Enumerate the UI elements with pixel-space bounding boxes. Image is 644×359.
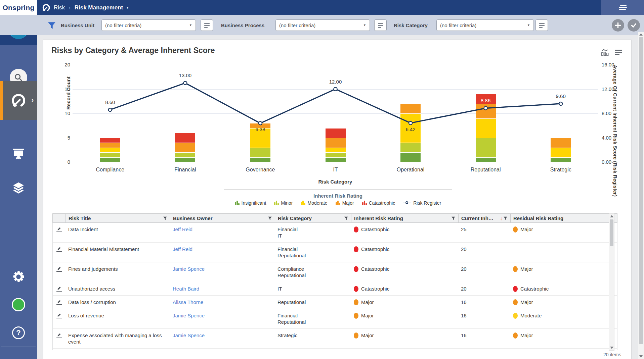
column-header-inherent-risk-rating[interactable]: Inherent Risk Rating	[351, 214, 458, 222]
line-point-compliance[interactable]	[109, 108, 112, 111]
risk-category-filter-select[interactable]: (no filter criteria) ▼	[436, 19, 534, 31]
sidebar-item-layers[interactable]	[0, 179, 37, 198]
bar-segment-minor[interactable]	[400, 143, 421, 152]
stacked-bar-reputational[interactable]	[476, 94, 496, 162]
line-point-financial[interactable]	[183, 81, 187, 85]
stacked-bar-compliance[interactable]	[100, 138, 120, 162]
column-filter-icon[interactable]	[163, 216, 167, 220]
column-header-edit[interactable]	[53, 214, 66, 222]
bar-segment-catastrophic[interactable]	[100, 138, 120, 143]
column-filter-icon[interactable]	[503, 216, 508, 220]
bar-segment-minor[interactable]	[175, 152, 195, 157]
sidebar-item-help[interactable]: ?	[0, 324, 37, 341]
table-row[interactable]: Loss of revenueJamie SpenceFinancialRepu…	[53, 309, 617, 329]
breadcrumb-page[interactable]: Risk Management	[75, 4, 123, 11]
business-process-sort-button[interactable]	[374, 19, 387, 31]
sidebar-item-settings[interactable]	[0, 267, 37, 286]
table-scrollbar[interactable]	[609, 213, 614, 351]
bar-segment-moderate[interactable]	[100, 148, 120, 153]
table-row[interactable]: Financial Material MisstatementJeff Reid…	[53, 243, 617, 262]
risk-category-sort-button[interactable]	[535, 19, 548, 31]
column-filter-icon[interactable]	[344, 216, 348, 220]
bar-segment-catastrophic[interactable]	[326, 128, 346, 138]
edit-pencil-icon[interactable]	[56, 246, 62, 252]
stacked-bar-financial[interactable]	[175, 133, 195, 162]
business-process-filter-select[interactable]: (no filter criteria) ▼	[275, 19, 370, 31]
bar-segment-major[interactable]	[175, 143, 195, 152]
bar-segment-insignificant[interactable]	[400, 152, 421, 162]
breadcrumb-app[interactable]: Risk	[54, 4, 65, 11]
table-scrollbar-thumb[interactable]	[610, 219, 613, 246]
business-owner-link[interactable]: Jamie Spence	[173, 332, 205, 338]
bar-segment-catastrophic[interactable]	[175, 133, 195, 143]
bar-segment-insignificant[interactable]	[175, 157, 195, 162]
bar-segment-minor[interactable]	[100, 152, 120, 157]
business-unit-sort-button[interactable]	[201, 19, 213, 31]
bar-segment-moderate[interactable]	[551, 148, 571, 157]
table-row[interactable]: Fines and judgementsJamie SpenceComplian…	[53, 262, 617, 282]
bar-segment-insignificant[interactable]	[551, 157, 571, 162]
column-header-business-owner[interactable]: Business Owner	[170, 214, 275, 222]
column-filter-icon[interactable]	[451, 216, 456, 220]
check-circle-button[interactable]	[628, 19, 640, 32]
column-header-risk-title[interactable]: Risk Title	[66, 214, 170, 222]
risk-category-value: Strategic	[277, 332, 348, 339]
edit-pencil-icon[interactable]	[56, 332, 62, 338]
bar-segment-minor[interactable]	[326, 152, 346, 157]
column-header-residual-risk-rating[interactable]: Residual Risk Rating	[510, 214, 617, 222]
line-point-strategic[interactable]	[559, 102, 562, 105]
stacked-bar-it[interactable]	[326, 128, 346, 162]
edit-pencil-icon[interactable]	[56, 286, 62, 292]
stacked-bar-operational[interactable]	[400, 104, 421, 162]
bar-segment-moderate[interactable]	[326, 148, 346, 153]
business-owner-link[interactable]: Jeff Reid	[173, 246, 192, 252]
bar-segment-insignificant[interactable]	[326, 157, 346, 162]
business-owner-link[interactable]: Alissa Thorne	[173, 299, 203, 305]
chart-menu-icon[interactable]	[614, 49, 622, 56]
column-header-current-inh-[interactable]: Current Inh…↓	[458, 214, 510, 222]
bar-segment-insignificant[interactable]	[250, 157, 270, 162]
edit-pencil-icon[interactable]	[56, 226, 62, 232]
sidebar-item-presentation[interactable]	[0, 144, 37, 163]
bar-segment-major[interactable]	[476, 104, 496, 118]
table-row[interactable]: Expense associated with managing a loss …	[53, 329, 617, 349]
business-owner-link[interactable]: Jamie Spence	[173, 266, 205, 272]
column-filter-icon[interactable]	[268, 216, 272, 220]
chart-type-icon[interactable]	[601, 49, 609, 56]
sidebar-item-logout[interactable]	[0, 353, 37, 359]
sidebar-item-dashboard-active[interactable]: ›	[0, 81, 37, 120]
table-row[interactable]: Data loss / corruptionAlissa ThorneReput…	[53, 296, 617, 309]
add-circle-button[interactable]	[612, 19, 624, 32]
business-owner-link[interactable]: Jamie Spence	[173, 313, 205, 318]
bar-segment-major[interactable]	[326, 138, 346, 148]
page-scrollbar[interactable]	[638, 32, 644, 359]
breadcrumb-caret-icon[interactable]: ▼	[126, 6, 129, 9]
bar-segment-minor[interactable]	[476, 138, 496, 157]
onspring-logo[interactable]: Onspring	[0, 0, 37, 15]
stacked-bar-strategic[interactable]	[551, 138, 571, 162]
bar-segment-moderate[interactable]	[476, 118, 496, 138]
sort-desc-icon[interactable]: ↓	[500, 215, 503, 221]
table-row[interactable]: Data IncidentJeff ReidFinancialITCatastr…	[53, 223, 617, 243]
scroll-down-icon[interactable]	[639, 355, 643, 358]
bar-segment-major[interactable]	[100, 143, 120, 148]
scroll-up-icon[interactable]	[639, 33, 643, 36]
table-row[interactable]: Unauthorized accessHeath BairdITCatastro…	[53, 282, 617, 296]
column-header-risk-category[interactable]: Risk Category	[275, 214, 351, 222]
edit-pencil-icon[interactable]	[56, 299, 62, 305]
bar-segment-major[interactable]	[400, 104, 421, 113]
bar-segment-insignificant[interactable]	[100, 157, 120, 162]
business-owner-link[interactable]: Heath Baird	[173, 286, 199, 292]
global-menu-button[interactable]	[601, 0, 644, 15]
edit-pencil-icon[interactable]	[56, 313, 62, 318]
sidebar-item-status[interactable]	[0, 296, 37, 313]
edit-pencil-icon[interactable]	[56, 266, 62, 272]
business-unit-filter-select[interactable]: (no filter criteria) ▼	[101, 19, 196, 31]
scroll-up-icon[interactable]	[610, 215, 613, 217]
business-owner-link[interactable]: Jeff Reid	[173, 226, 192, 232]
bar-segment-major[interactable]	[551, 138, 571, 148]
page-scrollbar-thumb[interactable]	[639, 37, 643, 344]
bar-segment-insignificant[interactable]	[476, 157, 496, 162]
scroll-down-icon[interactable]	[610, 347, 613, 349]
bar-segment-minor[interactable]	[250, 148, 270, 157]
